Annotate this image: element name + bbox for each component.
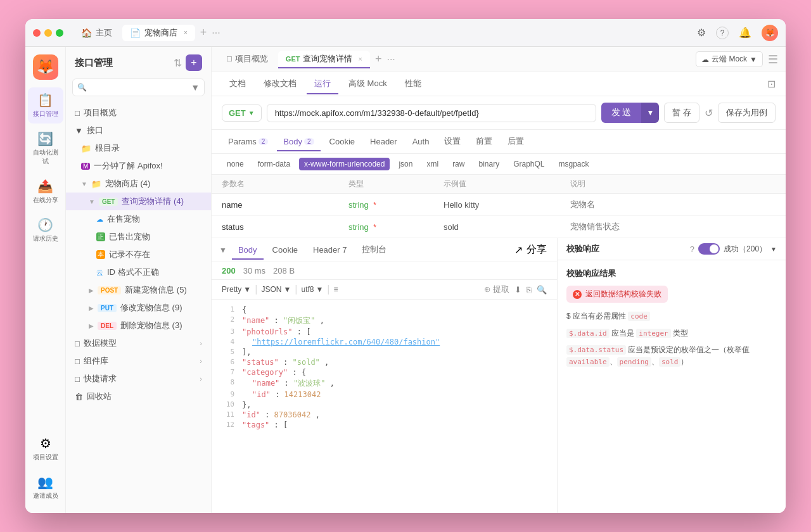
tree-item-learn[interactable]: M 一分钟了解 Apifox! xyxy=(66,157,211,175)
notification-icon[interactable]: 🔔 xyxy=(739,27,751,39)
response-code-area: 1 { 2 "name" : "闲饭宝" , xyxy=(212,300,557,513)
tree-item-api-folder[interactable]: ▼ 接口 xyxy=(66,122,211,139)
tree-item-quick-request[interactable]: □ 快捷请求 › xyxy=(66,370,211,388)
tree-item-del-pet[interactable]: ▶ DEL 删除宠物信息 (3) xyxy=(66,317,211,334)
body-type-msgpack[interactable]: msgpack xyxy=(554,158,594,170)
sidebar-toggle-icon[interactable]: ☰ xyxy=(768,53,778,66)
sidebar-item-api-management[interactable]: 📋 接口管理 xyxy=(28,87,63,124)
body-type-urlencoded[interactable]: x-www-form-urlencoded xyxy=(299,158,390,170)
main-layout: 🦊 📋 接口管理 🔄 自动化测试 📤 在线分享 🕐 请求历史 ⚙ 项目设置 xyxy=(25,47,786,513)
tree-item-query-pet[interactable]: ▼ GET 查询宠物详情 (4) xyxy=(66,193,211,210)
subnav-run[interactable]: 运行 xyxy=(307,74,338,94)
tree-item-put-pet[interactable]: ▶ PUT 修改宠物信息 (9) xyxy=(66,299,211,317)
sidebar-item-automation[interactable]: 🔄 自动化测试 xyxy=(28,126,63,171)
share-btn[interactable]: ↗ 分享 xyxy=(514,243,547,256)
user-avatar[interactable]: 🦊 xyxy=(762,25,778,41)
send-button[interactable]: 发 送 xyxy=(601,103,642,123)
subnav-edit-docs[interactable]: 修改文档 xyxy=(256,74,304,94)
validation-panel: 校验响应 ? 成功（200） ▼ 校验响应结果 xyxy=(558,238,786,513)
validation-toggle: ? 成功（200） ▼ xyxy=(690,243,777,255)
more-tabs-btn[interactable]: ··· xyxy=(212,27,220,39)
tree-item-sold[interactable]: 正 已售出宠物 xyxy=(66,228,211,246)
subnav-advanced-mock[interactable]: 高级 Mock xyxy=(341,74,395,94)
add-tab-icon[interactable]: + xyxy=(375,53,382,66)
body-type-binary[interactable]: binary xyxy=(473,158,504,170)
body-type-graphql[interactable]: GraphQL xyxy=(508,158,549,170)
query-chevron: ▼ xyxy=(89,198,95,205)
tree-item-bad-format[interactable]: 云 ID 格式不正确 xyxy=(66,263,211,281)
shop-tab[interactable]: 📄 宠物商店 × xyxy=(122,25,195,41)
tab-auth[interactable]: Auth xyxy=(406,133,436,151)
tree-item-post-pet[interactable]: ▶ POST 新建宠物信息 (5) xyxy=(66,281,211,299)
sort-icon[interactable]: ⇅ xyxy=(174,57,182,69)
body-type-json[interactable]: json xyxy=(393,158,418,170)
tab-params[interactable]: Params 2 xyxy=(222,133,274,151)
tab-overview[interactable]: □ 项目概览 xyxy=(219,51,276,68)
toggle-switch[interactable] xyxy=(698,243,720,255)
more-tabs-icon[interactable]: ··· xyxy=(386,54,395,65)
tree-item-components[interactable]: □ 组件库 › xyxy=(66,352,211,370)
save-example-button[interactable]: 保存为用例 xyxy=(718,103,776,123)
pretty-select[interactable]: Pretty ▼ xyxy=(222,285,251,294)
subnav-docs[interactable]: 文档 xyxy=(222,74,253,94)
tree-item-overview[interactable]: □ 项目概览 xyxy=(66,104,211,122)
add-api-button[interactable]: + xyxy=(186,54,202,71)
search-input[interactable] xyxy=(72,79,205,96)
traffic-light-green[interactable] xyxy=(56,29,63,37)
automation-icon: 🔄 xyxy=(37,131,53,146)
copy-button[interactable]: ⎘ xyxy=(527,285,532,294)
sidebar-item-invite[interactable]: 👥 邀请成员 xyxy=(28,469,63,505)
method-select[interactable]: GET ▼ xyxy=(222,104,262,122)
download-button[interactable]: ⬇ xyxy=(514,285,521,294)
query-pet-tab-close[interactable]: × xyxy=(358,55,362,63)
tab-cookie[interactable]: Cookie xyxy=(323,133,361,151)
expand-icon[interactable]: ⊡ xyxy=(767,79,776,89)
response-tab-body[interactable]: Body xyxy=(232,241,264,260)
tab-pre[interactable]: 前置 xyxy=(469,132,499,152)
url-input[interactable] xyxy=(267,104,596,122)
home-tab[interactable]: 🏠 主页 xyxy=(73,25,120,41)
tab-body[interactable]: Body 2 xyxy=(277,133,320,151)
options-button[interactable]: ≡ xyxy=(334,285,338,294)
traffic-light-yellow[interactable] xyxy=(44,29,52,37)
shop-tab-close[interactable]: × xyxy=(184,29,188,36)
extract-button[interactable]: ⊕ 提取 xyxy=(484,284,509,295)
title-tabs: 🏠 主页 📄 宠物商店 × + ··· xyxy=(73,25,697,41)
body-type-xml[interactable]: xml xyxy=(421,158,444,170)
body-type-none[interactable]: none xyxy=(222,158,249,170)
body-type-form-data[interactable]: form-data xyxy=(253,158,295,170)
cloud-mock-label: 云端 Mock xyxy=(712,54,747,65)
tab-query-pet[interactable]: GET 查询宠物详情 × xyxy=(278,51,370,68)
refresh-button[interactable]: ↺ xyxy=(705,107,713,119)
tab-post[interactable]: 后置 xyxy=(501,132,530,152)
tree-item-root[interactable]: 📁 根目录 xyxy=(66,139,211,157)
sidebar-item-online-share[interactable]: 📤 在线分享 xyxy=(28,174,63,210)
tree-item-on-sale[interactable]: ☁ 在售宠物 xyxy=(66,210,211,228)
tab-api-settings[interactable]: 设置 xyxy=(438,132,467,152)
tree-item-data-models[interactable]: □ 数据模型 › xyxy=(66,334,211,352)
response-chevron[interactable]: ▼ xyxy=(219,246,227,255)
tree-item-trash[interactable]: 🗑 回收站 xyxy=(66,388,211,405)
encoding-select[interactable]: utf8 ▼ xyxy=(301,285,323,294)
sidebar-item-history[interactable]: 🕐 请求历史 xyxy=(28,212,63,248)
tree-item-not-found[interactable]: 本 记录不存在 xyxy=(66,246,211,263)
tree-item-petshop[interactable]: ▼ 📁 宠物商店 (4) xyxy=(66,175,211,193)
response-tab-console[interactable]: 控制台 xyxy=(355,240,393,260)
body-type-raw[interactable]: raw xyxy=(447,158,469,170)
traffic-light-red[interactable] xyxy=(33,29,41,37)
search-button[interactable]: 🔍 xyxy=(537,285,547,294)
tab-header[interactable]: Header xyxy=(364,133,404,151)
json-select[interactable]: JSON ▼ xyxy=(261,285,291,294)
filter-button[interactable]: ▼ xyxy=(188,80,202,95)
param-status-desc: 宠物销售状态 xyxy=(570,221,776,232)
save-temp-button[interactable]: 暂 存 xyxy=(664,103,699,123)
response-tab-header[interactable]: Header 7 xyxy=(307,241,353,260)
settings-icon[interactable]: ⚙ xyxy=(697,27,706,39)
help-icon[interactable]: ? xyxy=(716,27,729,39)
add-tab-btn[interactable]: + xyxy=(200,26,207,39)
sidebar-item-settings[interactable]: ⚙ 项目设置 xyxy=(28,431,63,467)
response-tab-cookie[interactable]: Cookie xyxy=(266,241,304,260)
cloud-mock-button[interactable]: ☁ 云端 Mock ▼ xyxy=(696,51,763,67)
subnav-performance[interactable]: 性能 xyxy=(397,74,429,94)
send-dropdown-button[interactable]: ▼ xyxy=(641,103,659,123)
